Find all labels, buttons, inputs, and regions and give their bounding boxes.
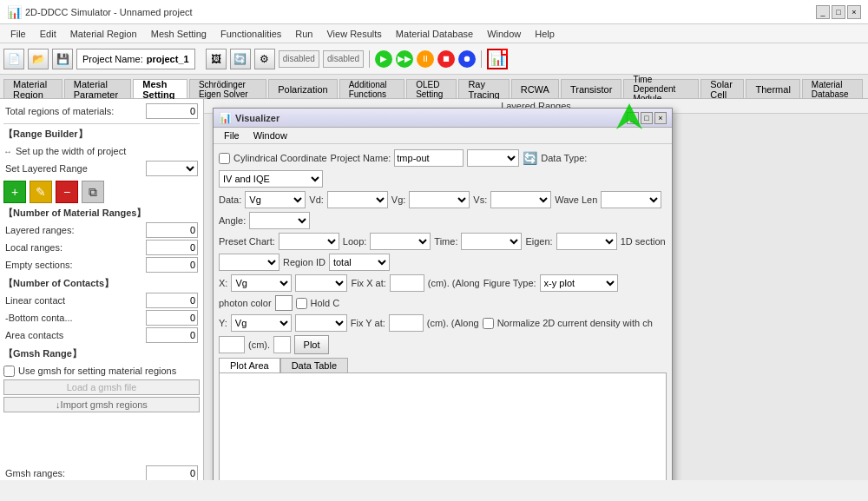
x-select[interactable]: Vg [231, 274, 292, 292]
preset-chart-select[interactable] [279, 233, 339, 250]
dialog-maximize-button[interactable]: □ [641, 112, 653, 124]
cylindrical-coord-label: Cylindrical Coordinate [233, 153, 327, 163]
y-select[interactable]: Vg [231, 314, 292, 332]
run-stop-button[interactable]: ⏹ [437, 50, 455, 68]
loop-select[interactable] [370, 233, 431, 250]
window-title: 2D-DDCC Simulator - Unnamed project [25, 7, 193, 17]
run-pause-button[interactable]: ⏸ [417, 50, 434, 68]
plot-color-input[interactable] [273, 336, 291, 353]
use-gmsh-checkbox[interactable] [3, 366, 15, 377]
new-button[interactable]: 📄 [3, 49, 24, 69]
copy-range-button[interactable]: ⧉ [82, 181, 104, 203]
project-name-select[interactable] [467, 149, 519, 167]
plot-button[interactable]: Plot [294, 335, 329, 354]
x-dropdown[interactable] [295, 274, 347, 292]
wavelen-label: Wave Len [555, 194, 597, 205]
data-type-select[interactable]: IV and IQE [219, 170, 323, 188]
run-record-button[interactable]: ⏺ [458, 50, 476, 68]
tab-row-1: Material Region Material Parameter Mesh … [0, 75, 868, 99]
tab-ray-tracing[interactable]: Ray Tracing [458, 79, 509, 98]
tab-polarization[interactable]: Polarization [268, 79, 337, 98]
menu-edit[interactable]: Edit [33, 27, 63, 41]
menu-material-region[interactable]: Material Region [63, 27, 144, 41]
tab-material-region[interactable]: Material Region [3, 79, 62, 98]
id-section-select[interactable] [219, 254, 279, 271]
tab-solar-cell[interactable]: Solar Cell [700, 79, 744, 98]
region-id-select[interactable]: total [329, 254, 390, 271]
minimize-button[interactable]: _ [816, 5, 830, 19]
data-select[interactable]: Vg [245, 191, 306, 208]
tab-additional[interactable]: Additional Functions [339, 79, 404, 98]
tab-oled[interactable]: OLED Setting [406, 79, 457, 98]
settings-button[interactable]: ⚙ [254, 49, 275, 69]
angle-select[interactable] [249, 212, 310, 229]
time-select[interactable] [461, 233, 522, 250]
linear-contact-input[interactable] [146, 293, 198, 308]
title-bar-controls[interactable]: _ □ × [816, 5, 861, 19]
figure-type-select[interactable]: x-y plot [540, 274, 618, 292]
wavelen-select[interactable] [601, 191, 661, 208]
menu-mesh-setting[interactable]: Mesh Setting [144, 27, 214, 41]
gmsh-ranges-input[interactable] [146, 465, 198, 480]
hold-checkbox[interactable] [296, 298, 307, 309]
chart-button[interactable]: 📊 [487, 49, 508, 69]
menu-file[interactable]: File [3, 27, 33, 41]
tab-time-dependent[interactable]: Time Dependent Module [623, 79, 699, 98]
tab-thermal[interactable]: Thermal [746, 79, 799, 98]
y-dropdown[interactable] [295, 314, 347, 332]
set-layered-range-select[interactable] [146, 161, 198, 176]
tab-mesh-setting[interactable]: Mesh Setting [133, 79, 187, 98]
tab-material-database[interactable]: Material Database [802, 79, 863, 98]
total-regions-section: Total regions of materials: [3, 102, 200, 120]
tab-data-table[interactable]: Data Table [280, 358, 348, 372]
empty-sections-input[interactable] [146, 257, 198, 273]
edit-range-button[interactable]: ✎ [30, 181, 52, 203]
dialog-menu-window[interactable]: Window [247, 129, 294, 142]
vg-select[interactable] [409, 191, 470, 208]
fix-x-input[interactable] [390, 274, 424, 292]
menu-view-results[interactable]: View Results [319, 27, 388, 41]
load-gmsh-button[interactable]: Load a gmsh file [3, 379, 200, 395]
save-button[interactable]: 💾 [52, 49, 73, 69]
image-button[interactable]: 🖼 [206, 49, 227, 69]
normalize-input[interactable] [219, 336, 245, 353]
total-regions-input[interactable] [146, 103, 198, 119]
local-ranges-input[interactable] [146, 240, 198, 255]
layered-ranges-input[interactable] [146, 222, 198, 238]
maximize-button[interactable]: □ [832, 5, 845, 19]
tab-material-parameter[interactable]: Material Parameter [64, 79, 132, 98]
refresh-button[interactable]: 🔄 [230, 49, 251, 69]
tab-transistor[interactable]: Transistor [561, 79, 622, 98]
dialog-controls[interactable]: _ □ × [627, 112, 667, 124]
area-contact-input[interactable] [146, 327, 198, 343]
cylindrical-coord-checkbox[interactable] [219, 153, 230, 164]
vd-select[interactable] [327, 191, 388, 208]
empty-sections-label: Empty sections: [5, 258, 73, 272]
dialog-close-button[interactable]: × [654, 112, 667, 124]
fix-y-input[interactable] [389, 314, 424, 332]
close-button[interactable]: × [847, 5, 861, 19]
tab-rcwa[interactable]: RCWA [511, 79, 559, 98]
normalize-checkbox[interactable] [483, 318, 494, 329]
tab-plot-area[interactable]: Plot Area [219, 358, 280, 372]
menu-material-database[interactable]: Material Database [389, 27, 480, 41]
menu-bar: File Edit Material Region Mesh Setting F… [0, 24, 868, 43]
bottom-contact-input[interactable] [146, 310, 198, 326]
menu-window[interactable]: Window [480, 27, 528, 41]
project-name-input[interactable] [394, 149, 464, 167]
menu-run[interactable]: Run [288, 27, 319, 41]
run-play-button[interactable]: ▶ [375, 50, 392, 68]
tab-schrodinger[interactable]: Schrödinger Eigen Solver [189, 79, 266, 98]
vs-select[interactable] [490, 191, 551, 208]
photon-color-box[interactable] [275, 295, 293, 311]
delete-range-button[interactable]: − [56, 181, 78, 203]
dialog-menu-file[interactable]: File [217, 129, 247, 142]
import-gmsh-button[interactable]: ↓Import gmsh regions [3, 397, 200, 412]
dialog-minimize-button[interactable]: _ [627, 112, 639, 124]
add-range-button[interactable]: + [3, 181, 26, 203]
menu-help[interactable]: Help [528, 27, 562, 41]
menu-functionalities[interactable]: Functionalities [214, 27, 288, 41]
open-button[interactable]: 📂 [28, 49, 49, 69]
run-play2-button[interactable]: ▶▶ [396, 50, 413, 68]
eigen-select[interactable] [556, 233, 617, 250]
